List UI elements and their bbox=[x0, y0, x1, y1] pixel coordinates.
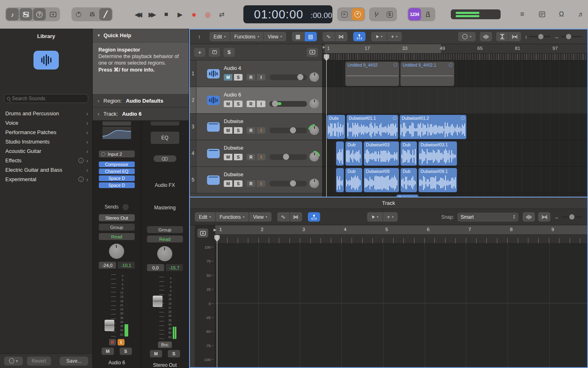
horizontal-auto-zoom-button[interactable] bbox=[509, 32, 521, 41]
record-enable-button[interactable]: R bbox=[247, 74, 255, 81]
audio-region[interactable]: Untitled 9_4#02 ◯ bbox=[345, 61, 399, 86]
input-monitor-button[interactable]: I bbox=[257, 180, 265, 187]
track-icon[interactable] bbox=[207, 122, 220, 132]
output-slot[interactable]: Stereo Out bbox=[99, 214, 135, 221]
mute-button[interactable]: M bbox=[224, 74, 232, 81]
grid-view-button[interactable]: ▦ bbox=[292, 32, 304, 41]
track-name[interactable]: Dubwise bbox=[224, 145, 319, 151]
save-button[interactable]: Save... bbox=[60, 357, 88, 366]
tuning-button[interactable] bbox=[370, 8, 383, 20]
pan-knob[interactable] bbox=[310, 126, 319, 135]
edit-menu[interactable]: Edit▾ bbox=[209, 32, 230, 41]
track-icon[interactable] bbox=[207, 96, 220, 105]
audio-region[interactable]: Dubwise#01.2 ◯ bbox=[399, 114, 467, 139]
waveform-zoom-button[interactable] bbox=[480, 32, 492, 41]
input-monitor-button[interactable]: I bbox=[257, 101, 265, 107]
plugin-slot[interactable]: Space D bbox=[99, 175, 135, 181]
editor-zoom-slider[interactable]: ↔ bbox=[555, 215, 582, 220]
vertical-zoom-slider[interactable]: ↕ bbox=[525, 34, 551, 39]
editor-playhead[interactable] bbox=[217, 235, 217, 367]
bounce-button[interactable]: Bnc bbox=[158, 341, 172, 348]
track-icon[interactable] bbox=[207, 69, 220, 79]
volume-value[interactable]: 0,0 bbox=[147, 264, 164, 271]
strip-name[interactable]: Audio 6 bbox=[108, 360, 125, 366]
list-editors-button[interactable]: ≡ bbox=[515, 7, 529, 21]
mute-button[interactable]: M bbox=[102, 348, 114, 355]
smart-controls-button[interactable] bbox=[72, 8, 85, 20]
audio-region[interactable]: Dubwise#01.1 ◯ bbox=[346, 114, 399, 139]
record-enable-button[interactable]: R bbox=[247, 127, 255, 134]
vertical-auto-zoom-button[interactable] bbox=[496, 32, 508, 41]
library-item[interactable]: Electric Guitar and Bass ↓ › bbox=[0, 165, 92, 175]
global-solo-button[interactable]: S bbox=[223, 48, 235, 57]
editors-button[interactable]: ╱ bbox=[99, 8, 112, 20]
group-slot[interactable]: Group bbox=[99, 224, 135, 231]
library-item[interactable]: Performance Patches ↓ › bbox=[0, 128, 92, 137]
track-icon[interactable] bbox=[207, 175, 220, 185]
automation-mode-slot[interactable]: Read bbox=[99, 233, 135, 240]
pan-knob[interactable] bbox=[157, 246, 172, 261]
cycle-button[interactable]: ⇄ bbox=[215, 7, 229, 21]
bar-ruler[interactable]: 1173349658197113 ▶ bbox=[323, 44, 587, 54]
track-header[interactable]: 4 Dubwise M S R I bbox=[190, 140, 322, 167]
track-icon[interactable] bbox=[207, 149, 220, 158]
editor-grid[interactable]: 123456789 ▶ bbox=[215, 225, 587, 367]
plugin-slot[interactable]: Space D bbox=[99, 182, 135, 188]
library-action-menu-button[interactable]: ··· ▾ bbox=[4, 357, 23, 366]
metronome-button[interactable] bbox=[422, 8, 434, 20]
track-options-menu[interactable]: ···▾ bbox=[458, 32, 475, 41]
editor-h-zoom-button[interactable] bbox=[538, 212, 550, 222]
audio-region[interactable]: Du ◯ bbox=[336, 141, 344, 166]
solo-button[interactable]: S bbox=[120, 348, 132, 355]
library-item[interactable]: Studio Instruments ↓ › bbox=[0, 137, 92, 146]
editor-pointer-tool-menu[interactable]: ➤▾ bbox=[367, 212, 383, 222]
strip-name[interactable]: Stereo Out bbox=[153, 362, 177, 368]
track-name[interactable]: Audio 6 bbox=[224, 92, 319, 98]
slider-handle[interactable] bbox=[290, 127, 296, 133]
track-inspector-header[interactable]: › Track: Audio 6 bbox=[93, 108, 189, 121]
eq-slot[interactable]: EQ bbox=[151, 132, 179, 144]
library-item[interactable]: Effects ↓ › bbox=[0, 156, 92, 165]
pan-knob[interactable] bbox=[310, 72, 319, 82]
track-header[interactable]: 2 Audio 6 M S R I bbox=[190, 87, 322, 114]
count-in-button[interactable]: 1234 bbox=[408, 8, 421, 20]
forward-button[interactable]: ▶▶ bbox=[145, 7, 159, 21]
slider-thumb[interactable] bbox=[538, 34, 543, 39]
add-track-button[interactable]: + bbox=[194, 48, 205, 57]
horizontal-zoom-slider[interactable]: ↔ bbox=[555, 34, 582, 39]
tuner-button[interactable] bbox=[352, 8, 364, 20]
audio-region[interactable]: Dubwise#09 ◯ bbox=[363, 168, 399, 193]
mute-button[interactable]: M bbox=[224, 127, 232, 134]
mute-button[interactable]: M bbox=[224, 180, 232, 187]
editor-ruler[interactable]: 123456789 ▶ bbox=[215, 225, 587, 235]
audio-region[interactable]: Dubwis ◯ bbox=[327, 114, 345, 139]
slider-handle[interactable] bbox=[290, 180, 296, 186]
pan-knob[interactable] bbox=[310, 152, 319, 162]
solo-button[interactable]: S bbox=[234, 74, 243, 81]
stereo-format-button[interactable] bbox=[154, 155, 176, 162]
quick-help-header[interactable]: ▾ Quick Help bbox=[93, 29, 189, 43]
record-enable-button[interactable]: R bbox=[247, 101, 255, 107]
solo-button[interactable]: S bbox=[234, 127, 243, 134]
punch-button[interactable]: ✕ bbox=[338, 8, 351, 20]
mute-button[interactable]: M bbox=[150, 350, 162, 357]
audio-region[interactable]: Dubwis ◯ bbox=[345, 168, 363, 193]
peak-value[interactable]: -10,1 bbox=[118, 262, 135, 269]
volume-slider[interactable] bbox=[270, 74, 307, 80]
track-name[interactable]: Dubwise bbox=[224, 119, 319, 124]
volume-slider[interactable] bbox=[270, 101, 307, 107]
note-pads-button[interactable] bbox=[535, 7, 549, 21]
duplicate-track-button[interactable] bbox=[209, 48, 220, 57]
mute-button[interactable]: M bbox=[224, 101, 232, 107]
track-header[interactable]: 1 Audio 4 M S R I bbox=[190, 61, 322, 87]
plugin-slot[interactable]: Channel EQ bbox=[99, 168, 135, 174]
list-view-button[interactable]: ▤ bbox=[305, 32, 317, 41]
record-button[interactable]: ● bbox=[187, 7, 201, 21]
audio-fx-area[interactable]: Audio FX bbox=[147, 168, 183, 203]
track-header[interactable]: 3 Dubwise M S R I bbox=[190, 114, 322, 140]
library-item[interactable]: Voice ↓ › bbox=[0, 118, 92, 128]
editor-flex-button[interactable] bbox=[308, 212, 320, 222]
solo-button[interactable]: S bbox=[234, 180, 243, 187]
crossfade-button[interactable]: ⋈ bbox=[335, 32, 347, 41]
record-enable-button[interactable]: R bbox=[247, 180, 255, 187]
